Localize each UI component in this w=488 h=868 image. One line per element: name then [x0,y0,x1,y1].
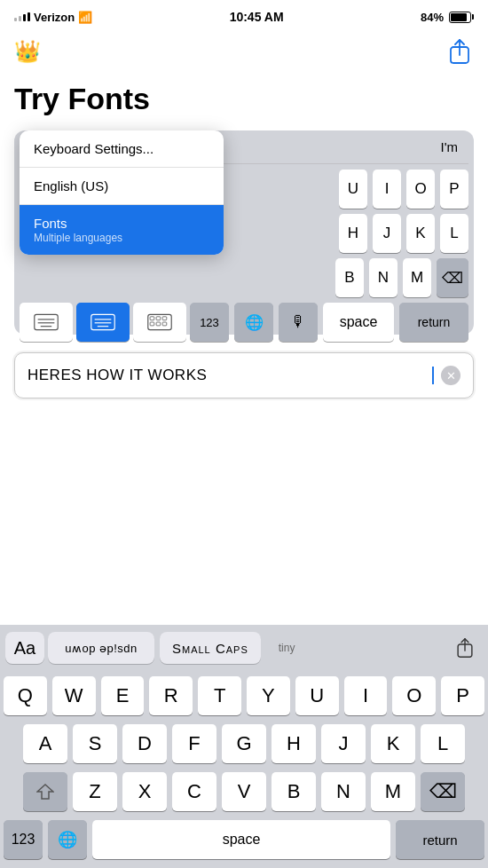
signal-bar-3 [23,14,26,21]
upside-down-label: uʍop əp!sdn [65,642,138,655]
clear-input-button[interactable]: ✕ [441,366,460,385]
kb-row-1: Q W E R T Y U I O P [4,676,484,715]
key-n[interactable]: N [321,772,366,811]
kb-bottom-row: 123 🌐 space return [4,820,484,859]
key-P[interactable]: P [440,170,468,209]
small-caps-button[interactable]: Small Caps [160,632,261,664]
aa-button[interactable]: Aa [5,632,44,664]
shift-key[interactable] [23,772,67,811]
key-I[interactable]: I [373,170,401,209]
header-share-button[interactable] [445,36,474,67]
kb-space-key[interactable]: space [92,820,390,859]
return-key[interactable]: return [399,303,468,342]
tiny-button[interactable]: tiny [266,632,308,664]
keyboard-style-1[interactable] [20,303,73,342]
svg-rect-2 [35,314,58,329]
picker-row-3: B N M ⌫ [20,258,468,297]
key-r[interactable]: R [149,676,193,715]
signal-bars [14,12,30,21]
svg-rect-14 [150,322,154,326]
key-b[interactable]: B [272,772,316,811]
key-M[interactable]: M [403,258,431,297]
key-c[interactable]: C [172,772,216,811]
svg-rect-11 [150,317,154,320]
key-B[interactable]: B [335,258,364,297]
key-p[interactable]: P [441,676,484,715]
key-q[interactable]: Q [4,676,47,715]
small-caps-label: Small Caps [172,641,248,656]
key-y[interactable]: Y [247,676,290,715]
key-g[interactable]: G [222,724,266,763]
key-f[interactable]: F [172,724,216,763]
status-right: 84% [421,11,474,24]
svg-rect-13 [162,317,167,320]
main-keyboard: Q W E R T Y U I O P A S D F G H J K L [0,671,488,868]
kb-delete-key[interactable]: ⌫ [421,772,465,811]
dropdown-english[interactable]: English (US) [20,168,224,205]
key-s[interactable]: S [73,724,117,763]
key-j[interactable]: J [321,724,366,763]
keyboard-style-2[interactable] [76,303,130,342]
key-v[interactable]: V [222,772,266,811]
globe-key[interactable]: 🌐 [234,303,273,342]
key-U[interactable]: U [339,170,367,209]
font-selector-share-button[interactable] [447,632,483,664]
kb-globe-key[interactable]: 🌐 [48,820,87,859]
keyboard-dropdown: Keyboard Settings... English (US) Fonts … [20,130,224,255]
upside-down-button[interactable]: uʍop əp!sdn [48,632,154,664]
carrier-label: Verizon [34,11,75,24]
key-u[interactable]: U [295,676,339,715]
dropdown-fonts[interactable]: Fonts Multiple languages [20,205,224,255]
key-O[interactable]: O [406,170,435,209]
suggestion-text[interactable]: I'm [433,136,465,158]
key-K[interactable]: K [406,214,435,253]
svg-rect-16 [162,322,167,326]
num-key[interactable]: 123 [190,303,229,342]
page-title: Try Fonts [0,75,488,130]
text-input-area[interactable]: HERES HOW IT WORKS ✕ [14,352,474,398]
signal-bar-2 [19,16,21,21]
font-selector-row: Aa uʍop əp!sdn Small Caps tiny [0,625,488,671]
svg-rect-6 [91,314,114,329]
key-e[interactable]: E [101,676,145,715]
key-i[interactable]: I [344,676,388,715]
kb-num-key[interactable]: 123 [4,820,43,859]
kb-return-key[interactable]: return [396,820,484,859]
key-w[interactable]: W [52,676,96,715]
app-header: 👑 [0,32,488,75]
key-J[interactable]: J [373,214,401,253]
status-bar: Verizon 📶 10:45 AM 84% [0,0,488,32]
fonts-keyboard: Aa uʍop əp!sdn Small Caps tiny Q W E R T… [0,625,488,868]
key-H[interactable]: H [339,214,367,253]
delete-key[interactable]: ⌫ [437,258,468,297]
svg-rect-15 [156,322,161,326]
key-d[interactable]: D [122,724,167,763]
keyboard-style-3[interactable] [133,303,186,342]
space-key[interactable]: space [323,303,394,342]
text-cursor [432,367,434,384]
key-x[interactable]: X [122,772,167,811]
key-N[interactable]: N [369,258,397,297]
key-L[interactable]: L [440,214,468,253]
key-z[interactable]: Z [73,772,117,811]
crown-icon: 👑 [14,39,41,64]
svg-marker-19 [37,785,53,799]
dropdown-keyboard-settings[interactable]: Keyboard Settings... [20,130,224,168]
status-left: Verizon 📶 [14,11,92,24]
font-style-row: 123 🌐 🎙 space return [20,303,468,342]
key-t[interactable]: T [198,676,241,715]
key-a[interactable]: A [23,724,67,763]
key-k[interactable]: K [371,724,415,763]
key-l[interactable]: L [421,724,465,763]
signal-bar-4 [28,12,30,21]
svg-rect-12 [156,317,161,320]
mic-key[interactable]: 🎙 [279,303,318,342]
kb-row-3: Z X C V B N M ⌫ [4,772,484,811]
wifi-icon: 📶 [78,11,92,24]
key-o[interactable]: O [392,676,436,715]
key-m[interactable]: M [371,772,415,811]
key-h[interactable]: H [272,724,316,763]
kb-row-2: A S D F G H J K L [4,724,484,763]
battery-percent: 84% [421,11,444,24]
signal-bar-1 [14,18,17,21]
